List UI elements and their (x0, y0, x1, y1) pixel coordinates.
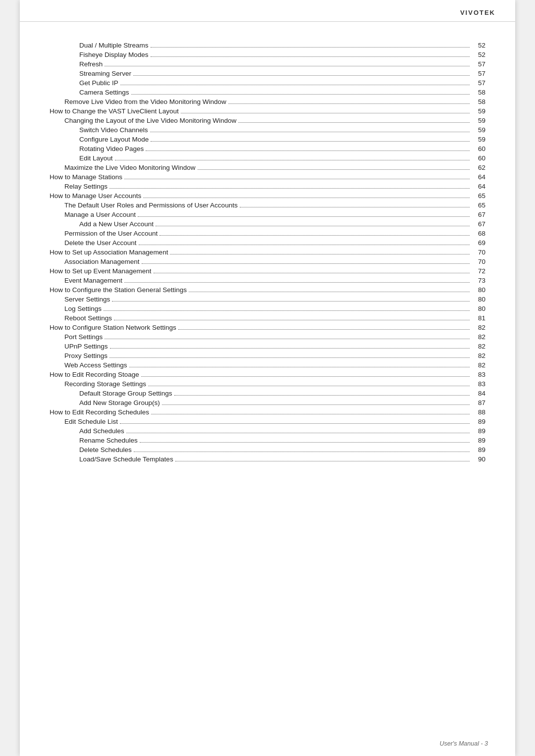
toc-row: Changing the Layout of the Live Video Mo… (50, 117, 485, 124)
toc-dots (151, 414, 470, 414)
toc-page-number: 80 (472, 305, 485, 312)
toc-label: Get Public IP (50, 79, 118, 87)
toc-row: Add Schedules89 (50, 427, 485, 435)
toc-dots (143, 198, 470, 198)
toc-row: How to Edit Recording Stoage83 (50, 371, 485, 378)
toc-label: Reboot Settings (50, 314, 112, 322)
footer-text: User's Manual - 3 (439, 740, 488, 747)
toc-label: Proxy Settings (50, 352, 107, 359)
toc-page-number: 65 (472, 202, 485, 209)
toc-page-number: 83 (472, 371, 485, 378)
toc-row: Manage a User Account67 (50, 211, 485, 218)
toc-dots (189, 292, 470, 292)
toc-page-number: 58 (472, 89, 485, 96)
toc-dots (109, 188, 470, 189)
toc-row: Streaming Server57 (50, 70, 485, 77)
toc-page-number: 83 (472, 380, 485, 388)
toc-page-number: 70 (472, 258, 485, 265)
toc-page-number: 60 (472, 145, 485, 152)
toc-dots (154, 273, 470, 273)
toc-label: Add a New User Account (50, 220, 154, 228)
toc-dots (110, 348, 470, 349)
toc-row: Server Settings80 (50, 296, 485, 303)
toc-page-number: 57 (472, 70, 485, 77)
toc-dots (124, 179, 470, 179)
toc-row: Reboot Settings81 (50, 314, 485, 322)
toc-page-number: 88 (472, 408, 485, 416)
toc-dots (140, 442, 470, 443)
toc-row: Add a New User Account67 (50, 220, 485, 228)
toc-dots (240, 207, 470, 207)
toc-page-number: 82 (472, 361, 485, 369)
toc-dots (170, 254, 470, 254)
toc-label: Configure Layout Mode (50, 136, 149, 143)
toc-row: UPnP Settings82 (50, 343, 485, 350)
toc-label: How to Set up Event Management (50, 267, 152, 275)
toc-row: How to Manage User Accounts65 (50, 192, 485, 200)
toc-dots (146, 151, 470, 151)
toc-page-number: 82 (472, 324, 485, 331)
toc-dots (178, 329, 470, 330)
toc-page-number: 72 (472, 267, 485, 275)
toc-dots (162, 404, 470, 405)
toc-label: Rename Schedules (50, 437, 138, 444)
toc-page-number: 73 (472, 277, 485, 284)
toc-label: How to Edit Recording Schedules (50, 408, 149, 416)
toc-dots (141, 376, 470, 377)
toc-label: Association Management (50, 258, 140, 265)
toc-dots (114, 320, 470, 320)
toc-dots (105, 66, 470, 66)
toc-dots (228, 103, 470, 104)
toc-label: Manage a User Account (50, 211, 136, 218)
toc-row: How to Set up Association Management70 (50, 249, 485, 256)
toc-page-number: 89 (472, 446, 485, 454)
toc-dots (148, 386, 470, 386)
toc-row: Get Public IP57 (50, 79, 485, 87)
toc-label: Delete Schedules (50, 446, 132, 454)
toc-page-number: 84 (472, 390, 485, 397)
toc-page-number: 68 (472, 230, 485, 237)
toc-row: How to Configure the Station General Set… (50, 286, 485, 294)
toc-label: Switch Video Channels (50, 126, 148, 134)
toc-page-number: 62 (472, 164, 485, 171)
toc-row: Load/Save Schedule Templates90 (50, 455, 485, 463)
toc-label: Remove Live Video from the Video Monitor… (50, 98, 226, 105)
toc-dots (134, 452, 470, 452)
toc-label: Edit Schedule List (50, 418, 118, 425)
toc-page-number: 82 (472, 343, 485, 350)
toc-row: Edit Layout60 (50, 154, 485, 162)
toc-label: How to Manage User Accounts (50, 192, 141, 200)
toc-label: Permission of the User Account (50, 230, 158, 237)
toc-row: How to Edit Recording Schedules88 (50, 408, 485, 416)
toc-row: Maximize the Live Video Monitoring Windo… (50, 164, 485, 171)
toc-dots (238, 122, 470, 123)
toc-page-number: 58 (472, 98, 485, 105)
toc-dots (151, 47, 470, 48)
toc-page-number: 57 (472, 60, 485, 68)
toc-label: Delete the User Account (50, 239, 137, 247)
toc-label: Dual / Multiple Streams (50, 42, 149, 49)
toc-page-number: 57 (472, 79, 485, 87)
toc-page-number: 52 (472, 42, 485, 49)
toc-label: The Default User Roles and Permissions o… (50, 202, 238, 209)
toc-dots (150, 132, 470, 132)
toc-page-number: 80 (472, 286, 485, 294)
toc-dots (120, 85, 470, 85)
toc-page-number: 65 (472, 192, 485, 200)
toc-label: Fisheye Display Modes (50, 51, 149, 58)
toc-page-number: 67 (472, 220, 485, 228)
toc-dots (109, 357, 470, 358)
toc-label: Streaming Server (50, 70, 131, 77)
toc-dots (151, 56, 470, 57)
toc-dots (174, 395, 470, 396)
toc-row: Event Management73 (50, 277, 485, 284)
toc-content: Dual / Multiple Streams52Fisheye Display… (20, 22, 515, 495)
toc-row: Recording Storage Settings83 (50, 380, 485, 388)
toc-row: The Default User Roles and Permissions o… (50, 202, 485, 209)
toc-label: Default Storage Group Settings (50, 390, 172, 397)
page-footer: User's Manual - 3 (439, 740, 488, 747)
toc-label: Event Management (50, 277, 122, 284)
toc-dots (181, 113, 470, 113)
toc-row: Dual / Multiple Streams52 (50, 42, 485, 49)
toc-label: Web Access Settings (50, 361, 127, 369)
